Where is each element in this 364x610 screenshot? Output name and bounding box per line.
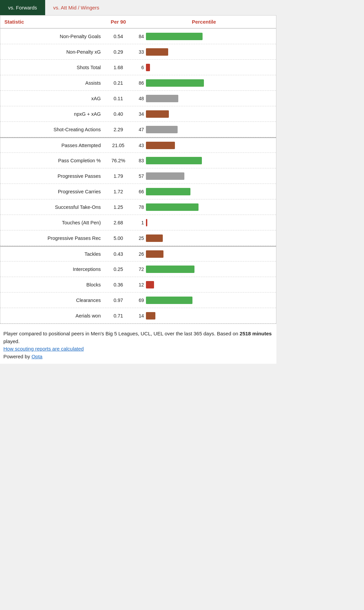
footnote-bold: 2518 minutes [240, 331, 272, 336]
cell-per90: 2.68 [105, 217, 132, 228]
table-row: xAG 0.11 48 [0, 91, 276, 106]
cell-per90: 1.72 [105, 186, 132, 197]
pct-number: 12 [134, 282, 144, 287]
header-per90: Per 90 [105, 16, 132, 28]
pct-bar [146, 157, 202, 164]
cell-stat: Shot-Creating Actions [0, 124, 105, 135]
pct-number: 43 [134, 143, 144, 148]
pct-bar [146, 33, 203, 40]
pct-number: 69 [134, 298, 144, 303]
cell-stat: Pass Completion % [0, 155, 105, 166]
pct-bar [146, 172, 184, 180]
cell-stat: Clearances [0, 295, 105, 306]
pct-bar [146, 188, 190, 195]
pct-bar [146, 110, 169, 118]
table-row: npxG + xAG 0.40 34 [0, 106, 276, 122]
pct-number: 48 [134, 96, 144, 101]
cell-stat: Shots Total [0, 62, 105, 73]
table-row: Progressive Passes Rec 5.00 25 [0, 230, 276, 246]
pct-number: 86 [134, 80, 144, 86]
cell-percentile: 66 [132, 185, 276, 198]
tab-vs-forwards[interactable]: vs. Forwards [0, 0, 45, 15]
pct-bar [146, 64, 150, 71]
table-header: Statistic Per 90 Percentile [0, 16, 276, 29]
pct-bar [146, 219, 147, 226]
cell-percentile: 14 [132, 309, 276, 322]
pct-number: 83 [134, 158, 144, 163]
cell-stat: Tackles [0, 249, 105, 259]
pct-bar [146, 95, 178, 102]
cell-per90: 5.00 [105, 233, 132, 244]
cell-percentile: 86 [132, 77, 276, 89]
pct-bar [146, 48, 168, 56]
table-row: Successful Take-Ons 1.25 78 [0, 199, 276, 215]
cell-percentile: 6 [132, 61, 276, 74]
table-row: Blocks 0.36 12 [0, 277, 276, 293]
cell-stat: Passes Attempted [0, 140, 105, 151]
cell-stat: Non-Penalty Goals [0, 31, 105, 42]
tab-vs-att-mid[interactable]: vs. Att Mid / Wingers [45, 0, 108, 15]
table-row: Shots Total 1.68 6 [0, 60, 276, 75]
cell-per90: 0.40 [105, 109, 132, 119]
cell-stat: Blocks [0, 279, 105, 290]
cell-stat: npxG + xAG [0, 109, 105, 119]
pct-number: 26 [134, 251, 144, 257]
cell-percentile: 69 [132, 294, 276, 307]
cell-per90: 2.29 [105, 124, 132, 135]
cell-stat: Aerials won [0, 310, 105, 321]
cell-per90: 76.2% [105, 155, 132, 166]
table-row: Pass Completion % 76.2% 83 [0, 153, 276, 168]
cell-per90: 1.79 [105, 171, 132, 182]
cell-stat: Progressive Passes Rec [0, 233, 105, 244]
cell-per90: 0.11 [105, 93, 132, 104]
cell-percentile: 26 [132, 248, 276, 260]
table-row: Non-Penalty Goals 0.54 84 [0, 29, 276, 44]
cell-percentile: 1 [132, 216, 276, 229]
opta-link[interactable]: Opta [31, 354, 42, 359]
cell-stat: Interceptions [0, 264, 105, 275]
header-percentile: Percentile [132, 16, 276, 28]
cell-per90: 1.25 [105, 202, 132, 213]
pct-bar [146, 266, 194, 273]
pct-number: 6 [134, 65, 144, 70]
cell-stat: xAG [0, 93, 105, 104]
pct-number: 57 [134, 173, 144, 179]
table-body: Non-Penalty Goals 0.54 84 Non-Penalty xG… [0, 29, 276, 324]
table-row: Assists 0.21 86 [0, 75, 276, 91]
pct-bar [146, 281, 154, 288]
cell-per90: 21.05 [105, 140, 132, 151]
cell-stat: Progressive Passes [0, 171, 105, 182]
cell-stat: Touches (Att Pen) [0, 217, 105, 228]
table-row: Progressive Passes 1.79 57 [0, 168, 276, 184]
table-row: Non-Penalty xG 0.29 33 [0, 44, 276, 60]
pct-number: 72 [134, 267, 144, 272]
header-stat: Statistic [0, 16, 105, 28]
cell-percentile: 57 [132, 170, 276, 183]
cell-percentile: 34 [132, 108, 276, 120]
cell-percentile: 12 [132, 278, 276, 291]
cell-percentile: 47 [132, 123, 276, 136]
cell-per90: 0.25 [105, 264, 132, 275]
pct-number: 66 [134, 189, 144, 194]
cell-per90: 0.97 [105, 295, 132, 306]
cell-stat: Progressive Carries [0, 186, 105, 197]
pct-bar [146, 250, 163, 258]
table-row: Tackles 0.43 26 [0, 246, 276, 261]
pct-bar [146, 142, 175, 149]
scouting-link[interactable]: How scouting reports are calculated [3, 346, 84, 352]
footnote-text2: played. [3, 338, 20, 344]
footnote: Player compared to positional peers in M… [0, 324, 276, 364]
cell-stat: Assists [0, 78, 105, 88]
pct-number: 78 [134, 204, 144, 210]
cell-percentile: 72 [132, 263, 276, 276]
cell-percentile: 33 [132, 46, 276, 58]
pct-number: 33 [134, 49, 144, 55]
cell-stat: Non-Penalty xG [0, 47, 105, 57]
table-row: Passes Attempted 21.05 43 [0, 137, 276, 153]
pct-number: 1 [134, 220, 144, 225]
cell-percentile: 25 [132, 232, 276, 245]
pct-bar [146, 234, 163, 242]
cell-percentile: 43 [132, 139, 276, 152]
table-row: Interceptions 0.25 72 [0, 261, 276, 277]
pct-bar [146, 312, 155, 320]
